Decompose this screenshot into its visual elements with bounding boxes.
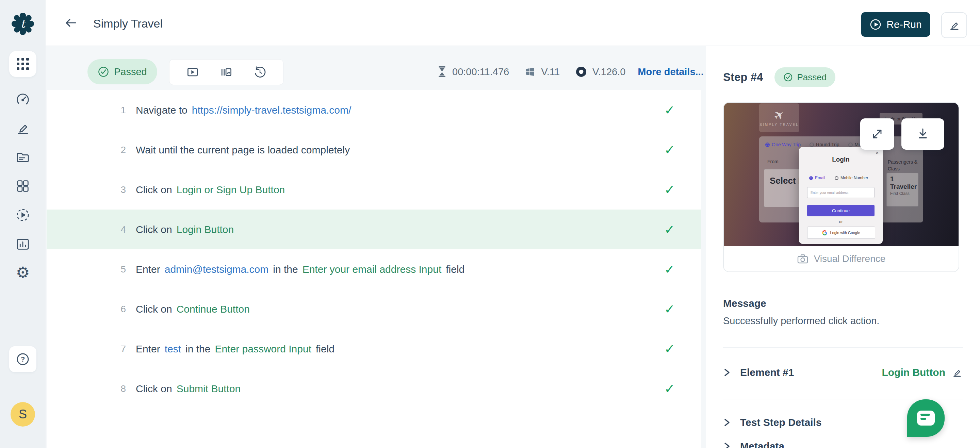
step-element-link[interactable]: Enter password Input (215, 343, 311, 355)
split-screenshots-icon (220, 65, 233, 79)
step-detail-panel: Step #4 Passed ✈ SIMPLY TRAVEL Login or … (706, 46, 980, 448)
step-number: 5 (47, 249, 126, 289)
step-element-link[interactable]: Submit Button (177, 383, 240, 395)
sidebar: t (0, 0, 46, 448)
test-step-row[interactable]: 1Navigate tohttps://simply-travel.testsi… (47, 90, 701, 130)
step-text-part: Navigate to (136, 105, 188, 116)
screenshots-compare-button[interactable] (220, 65, 233, 79)
step-number: 6 (47, 289, 126, 329)
mobile-option-label: Mobile Number (840, 176, 868, 180)
expand-screenshot-button[interactable] (860, 118, 894, 150)
test-step-row[interactable]: 2Wait until the current page is loaded c… (47, 130, 701, 170)
sidebar-item-dashboard[interactable] (0, 91, 46, 107)
pencil-icon (15, 120, 30, 136)
sidebar-item-projects[interactable] (0, 149, 46, 165)
sidebar-item-apps-active[interactable] (9, 51, 37, 77)
step-number: 1 (47, 90, 126, 130)
step-passed-check-icon: ✓ (662, 210, 678, 249)
chevron-right-icon (723, 417, 730, 427)
sidebar-item-test-runs[interactable] (0, 207, 46, 223)
sidebar-item-suites[interactable] (0, 178, 46, 194)
step-detail-title: Step #4 (723, 71, 763, 84)
os-version: V.11 (541, 66, 560, 78)
steps-list: 1Navigate tohttps://simply-travel.testsi… (47, 90, 701, 448)
test-step-row[interactable]: 6Click onContinue Button✓ (47, 289, 701, 329)
step-element-link[interactable]: Login or Sign Up Button (177, 184, 285, 195)
step-number: 8 (47, 369, 126, 408)
chevron-right-icon (723, 441, 730, 448)
step-text-part: field (316, 343, 334, 355)
check-circle-icon (98, 66, 109, 78)
folder-icon (15, 149, 30, 165)
sidebar-item-create-tests[interactable] (0, 120, 46, 136)
element-name-link[interactable]: Login Button (882, 367, 945, 378)
run-duration: 00:00:11.476 (452, 66, 509, 78)
test-step-row[interactable]: 5Enteradmin@testsigma.comin theEnter you… (47, 249, 701, 289)
expand-icon (870, 127, 885, 141)
edit-element-button[interactable] (951, 366, 963, 379)
sidebar-item-reports[interactable] (0, 237, 46, 252)
step-text-part: Click on (136, 184, 172, 195)
chat-bubble-icon (917, 411, 935, 426)
windows-os-icon (525, 66, 536, 77)
step-text: Wait until the current page is loaded co… (136, 130, 350, 170)
browser-version: V.126.0 (592, 66, 625, 78)
email-input-field: Enter your email address (807, 187, 875, 198)
camera-icon (797, 254, 808, 264)
user-avatar[interactable]: S (11, 402, 35, 427)
step-passed-check-icon: ✓ (662, 170, 678, 210)
history-clock-icon (253, 65, 267, 79)
test-step-row[interactable]: 3Click onLogin or Sign Up Button✓ (47, 170, 701, 210)
testsigma-result-page: t (0, 0, 980, 448)
step-element-link[interactable]: Login Button (177, 224, 234, 235)
chrome-browser-icon (576, 66, 587, 78)
download-screenshot-button[interactable] (901, 118, 944, 150)
test-step-row[interactable]: 8Click onSubmit Button✓ (47, 369, 701, 408)
step-number: 7 (47, 329, 126, 369)
test-step-row[interactable]: 4Click onLogin Button✓ (47, 210, 701, 249)
step-element-link[interactable]: Enter your email address Input (302, 264, 442, 275)
download-icon (915, 127, 930, 141)
arrow-left-icon (63, 15, 78, 30)
edit-test-button[interactable] (941, 12, 967, 38)
back-button[interactable] (63, 15, 78, 30)
visual-difference-button[interactable]: Visual Difference (724, 246, 959, 272)
rerun-button[interactable]: Re-Run (861, 12, 930, 37)
step-text: Click onContinue Button (136, 289, 250, 329)
traveller-label: Traveller (890, 183, 915, 191)
video-icon (186, 65, 199, 79)
app-logo: ✈ SIMPLY TRAVEL (759, 103, 799, 132)
mobile-radio: Mobile Number (835, 176, 868, 180)
testsigma-logo[interactable]: t (0, 13, 46, 35)
trip-type-options: One Way Trip Round Trip Multi City (765, 142, 874, 147)
sidebar-item-help[interactable]: ? (9, 346, 37, 372)
visual-difference-label: Visual Difference (814, 253, 886, 264)
step-text: Enteradmin@testsigma.comin theEnter your… (136, 249, 465, 289)
step-number: 4 (47, 210, 126, 249)
radio-selected-icon (765, 143, 770, 147)
more-details-link[interactable]: More details... (638, 66, 703, 78)
chat-widget-button[interactable] (907, 399, 945, 437)
step-element-link[interactable]: Continue Button (177, 303, 250, 315)
step-data-link[interactable]: https://simply-travel.testsigma.com/ (192, 105, 351, 116)
video-recording-button[interactable] (186, 65, 199, 79)
step-data-link[interactable]: test (165, 343, 181, 355)
google-login-label: Login with Google (830, 230, 860, 235)
step-data-link[interactable]: admin@testsigma.com (165, 264, 269, 275)
element-section-row[interactable]: Element #1 Login Button (723, 361, 963, 384)
svg-text:?: ? (21, 356, 25, 363)
metadata-label: Metadata (740, 440, 784, 448)
element-section-label: Element #1 (740, 367, 794, 378)
test-step-row[interactable]: 7Entertestin theEnter password Inputfiel… (47, 329, 701, 369)
sidebar-item-settings[interactable]: ⚙ (0, 265, 46, 280)
result-status-badge: Passed (88, 59, 157, 84)
plane-icon: ✈ (772, 107, 787, 123)
travel-class-label: First Class (890, 191, 915, 196)
radio-icon (810, 143, 814, 147)
history-button[interactable] (253, 65, 267, 79)
play-dashed-circle-icon (15, 207, 30, 223)
step-passed-check-icon: ✓ (662, 369, 678, 408)
step-text-part: Click on (136, 383, 172, 395)
step-number: 2 (47, 130, 126, 170)
result-view-toolbar (169, 59, 283, 85)
